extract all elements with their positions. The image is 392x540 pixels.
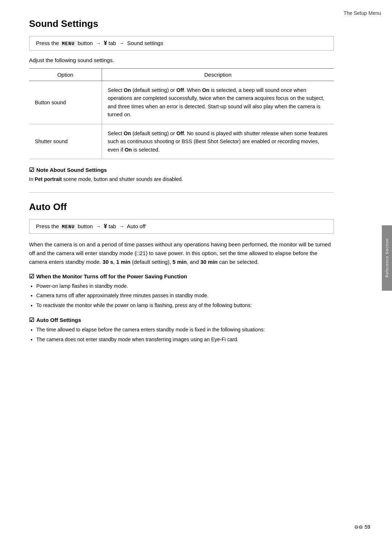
sound-settings-note-title: ☑ Note About Sound Settings [29,166,334,173]
sound-settings-title: Sound Settings [29,18,334,29]
note-icon: ☑ [29,166,34,173]
auto-off-title: Auto Off [29,201,334,213]
auto-off-body: When the camera is on and a period of ti… [29,240,334,266]
auto-off-settings-note-title: ☑ Auto Off Settings [29,317,334,323]
desc-shutter-sound: Select On (default setting) or Off. No s… [102,124,334,159]
wrench-icon-2: ¥ [104,223,107,229]
list-item: Power-on lamp flashes in standby mode. [36,282,334,290]
list-item: The time allowed to elapse before the ca… [36,326,334,334]
sound-settings-subtitle: Adjust the following sound settings. [29,57,334,63]
reference-section-label: Reference Section [385,238,389,278]
sound-settings-nav-box: Press the MENU button → ¥ tab → Sound se… [29,36,334,51]
page-number: ⊖⊖ 59 [354,524,370,530]
reference-section-tab: Reference Section [382,225,392,291]
list-item: The camera does not enter standby mode w… [36,335,334,343]
note-icon-3: ☑ [29,317,34,323]
wrench-icon: ¥ [104,40,107,46]
page-icon: ⊖⊖ [354,524,363,530]
power-saving-note-title: ☑ When the Monitor Turns off for the Pow… [29,273,334,280]
menu-button-label-2: MENU [61,224,76,230]
option-button-sound: Button sound [29,81,102,124]
sound-settings-note: ☑ Note About Sound Settings In Pet portr… [29,166,334,184]
table-header-desc: Description [102,69,334,81]
power-saving-bullet-list: Power-on lamp flashes in standby mode. C… [36,282,334,309]
note-icon-2: ☑ [29,273,34,280]
auto-off-nav-box: Press the MENU button → ¥ tab → Auto off [29,219,334,234]
top-right-header: The Setup Menu [343,10,381,16]
page-num-text: 59 [364,524,370,530]
table-row: Button sound Select On (default setting)… [29,81,334,124]
menu-button-label: MENU [61,41,76,47]
table-row: Shutter sound Select On (default setting… [29,124,334,159]
desc-button-sound: Select On (default setting) or Off. When… [102,81,334,124]
power-saving-note: ☑ When the Monitor Turns off for the Pow… [29,273,334,309]
sound-settings-table: Option Description Button sound Select O… [29,68,334,159]
list-item: To reactivate the monitor while the powe… [36,301,334,309]
table-header-option: Option [29,69,102,81]
section-divider [29,192,334,193]
auto-off-settings-bullet-list: The time allowed to elapse before the ca… [36,326,334,343]
sound-settings-note-body: In Pet portrait scene mode, button and s… [29,176,334,184]
auto-off-nav-text: Press the MENU button → ¥ tab → Auto off [36,223,146,229]
list-item: Camera turns off after approximately thr… [36,291,334,299]
auto-off-settings-note: ☑ Auto Off Settings The time allowed to … [29,317,334,343]
option-shutter-sound: Shutter sound [29,124,102,159]
sound-settings-nav-text: Press the MENU button → ¥ tab → Sound se… [36,40,163,46]
